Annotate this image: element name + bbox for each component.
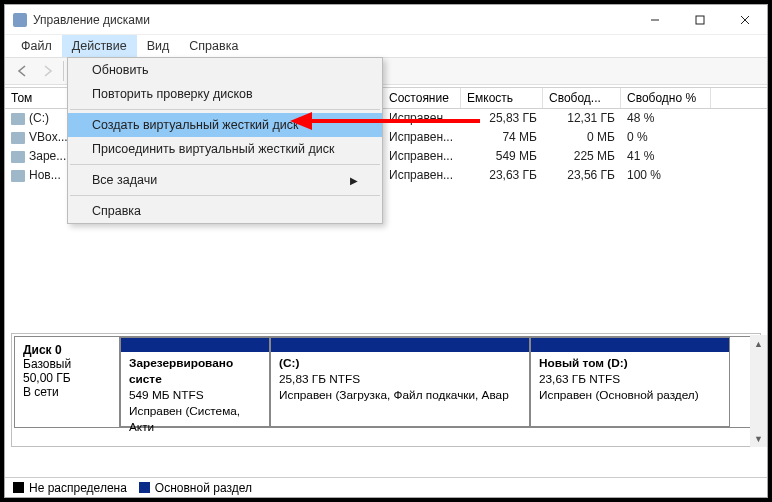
cell-volume: Заре... <box>29 149 66 163</box>
maximize-button[interactable] <box>677 5 722 35</box>
cell-capacity: 549 МБ <box>461 147 543 166</box>
col-capacity[interactable]: Емкость <box>461 88 543 108</box>
menu-file[interactable]: Файл <box>11 35 62 57</box>
back-button[interactable] <box>11 60 35 82</box>
partition-status: Исправен (Система, Акти <box>129 404 261 436</box>
partition-title: Зарезервировано систе <box>129 356 261 388</box>
cell-free: 12,31 ГБ <box>543 109 621 128</box>
partition-size: 549 МБ NTFS <box>129 388 261 404</box>
legend-swatch-unallocated <box>13 482 24 493</box>
disk-layout-panel: Диск 0 Базовый 50,00 ГБ В сети Зарезерви… <box>11 333 761 447</box>
menu-help-item[interactable]: Справка <box>68 199 382 223</box>
partition-title: Новый том (D:) <box>539 356 721 372</box>
cell-free: 0 МБ <box>543 128 621 147</box>
app-icon <box>13 13 27 27</box>
disk-status: В сети <box>23 385 111 399</box>
titlebar: Управление дисками <box>5 5 767 35</box>
volume-icon <box>11 132 25 144</box>
cell-volume: (C:) <box>29 111 49 125</box>
col-free[interactable]: Свобод... <box>543 88 621 108</box>
legend-primary: Основной раздел <box>155 481 252 495</box>
menu-view[interactable]: Вид <box>137 35 180 57</box>
close-button[interactable] <box>722 5 767 35</box>
svg-rect-1 <box>696 16 704 24</box>
partition-size: 23,63 ГБ NTFS <box>539 372 721 388</box>
scroll-up-button[interactable]: ▲ <box>750 335 767 352</box>
cell-volume: VBox... <box>29 130 68 144</box>
legend: Не распределена Основной раздел <box>5 477 767 497</box>
cell-free: 23,56 ГБ <box>543 166 621 185</box>
chevron-right-icon: ▶ <box>350 175 358 186</box>
window-title: Управление дисками <box>33 13 632 27</box>
menu-rescan[interactable]: Повторить проверку дисков <box>68 82 382 106</box>
col-state[interactable]: Состояние <box>383 88 461 108</box>
dropdown-separator <box>70 164 380 165</box>
minimize-button[interactable] <box>632 5 677 35</box>
cell-volume: Нов... <box>29 168 61 182</box>
cell-free-pct: 100 % <box>621 166 711 185</box>
partition-bar <box>121 338 269 352</box>
volume-icon <box>11 113 25 125</box>
partition-title: (C:) <box>279 356 521 372</box>
scrollbar-vertical[interactable]: ▲ ▼ <box>750 335 767 447</box>
disk-size: 50,00 ГБ <box>23 371 111 385</box>
partition-status: Исправен (Загрузка, Файл подкачки, Авар <box>279 388 521 404</box>
menu-action[interactable]: Действие <box>62 35 137 57</box>
partition-size: 25,83 ГБ NTFS <box>279 372 521 388</box>
cell-free: 225 МБ <box>543 147 621 166</box>
menu-all-tasks[interactable]: Все задачи▶ <box>68 168 382 192</box>
dropdown-separator <box>70 195 380 196</box>
partition[interactable]: Новый том (D:) 23,63 ГБ NTFS Исправен (О… <box>530 337 730 427</box>
partition-bar <box>531 338 729 352</box>
cell-free-pct: 41 % <box>621 147 711 166</box>
forward-button[interactable] <box>35 60 59 82</box>
cell-state: Исправен... <box>383 147 461 166</box>
toolbar-separator <box>63 61 64 81</box>
svg-marker-5 <box>290 112 312 130</box>
col-free-pct[interactable]: Свободно % <box>621 88 711 108</box>
action-dropdown: Обновить Повторить проверку дисков Созда… <box>67 57 383 224</box>
legend-swatch-primary <box>139 482 150 493</box>
menu-attach-vhd[interactable]: Присоединить виртуальный жесткий диск <box>68 137 382 161</box>
cell-free-pct: 48 % <box>621 109 711 128</box>
disk-label: Диск 0 <box>23 343 111 357</box>
menu-refresh[interactable]: Обновить <box>68 58 382 82</box>
annotation-arrow <box>290 109 480 133</box>
partition[interactable]: Зарезервировано систе 549 МБ NTFS Исправ… <box>120 337 270 427</box>
window-controls <box>632 5 767 35</box>
partition-status: Исправен (Основной раздел) <box>539 388 721 404</box>
disk-row[interactable]: Диск 0 Базовый 50,00 ГБ В сети Зарезерви… <box>14 336 758 428</box>
partition[interactable]: (C:) 25,83 ГБ NTFS Исправен (Загрузка, Ф… <box>270 337 530 427</box>
scroll-down-button[interactable]: ▼ <box>750 430 767 447</box>
menubar: Файл Действие Вид Справка <box>5 35 767 57</box>
cell-capacity: 23,63 ГБ <box>461 166 543 185</box>
disk-header: Диск 0 Базовый 50,00 ГБ В сети <box>15 337 120 427</box>
volume-icon <box>11 151 25 163</box>
menu-help[interactable]: Справка <box>179 35 248 57</box>
disk-type: Базовый <box>23 357 111 371</box>
cell-free-pct: 0 % <box>621 128 711 147</box>
disk-management-window: Управление дисками Файл Действие Вид Спр… <box>4 4 768 498</box>
partition-bar <box>271 338 529 352</box>
legend-unallocated: Не распределена <box>29 481 127 495</box>
cell-state: Исправен... <box>383 166 461 185</box>
volume-icon <box>11 170 25 182</box>
